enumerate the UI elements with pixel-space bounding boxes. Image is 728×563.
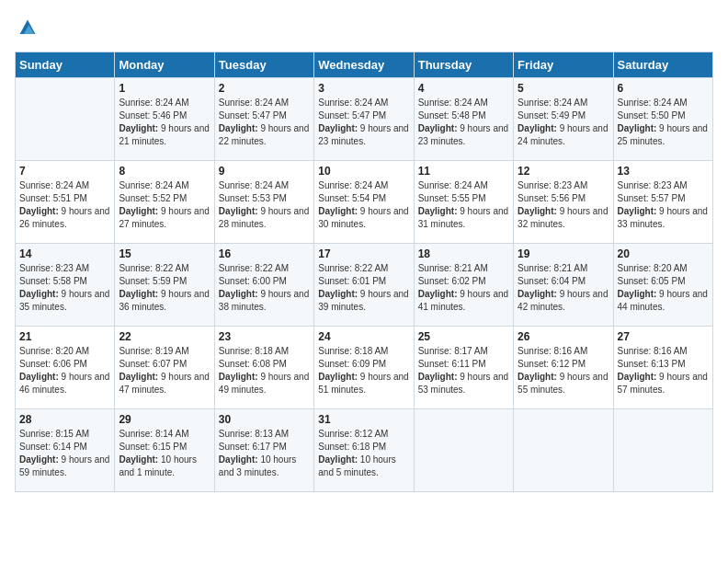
day-number: 5 bbox=[518, 82, 609, 95]
col-header-wednesday: Wednesday bbox=[314, 52, 414, 78]
cell-info: Sunrise: 8:12 AMSunset: 6:18 PMDaylight:… bbox=[318, 428, 409, 479]
day-number: 18 bbox=[418, 247, 509, 260]
cell-info: Sunrise: 8:20 AMSunset: 6:05 PMDaylight:… bbox=[618, 262, 709, 314]
day-number: 26 bbox=[518, 330, 609, 343]
logo bbox=[15, 15, 44, 40]
day-number: 8 bbox=[119, 165, 210, 178]
day-number: 20 bbox=[618, 247, 709, 260]
cell-info: Sunrise: 8:24 AMSunset: 5:49 PMDaylight:… bbox=[518, 97, 609, 148]
day-cell bbox=[514, 409, 613, 492]
day-cell: 30Sunrise: 8:13 AMSunset: 6:17 PMDayligh… bbox=[214, 409, 313, 492]
cell-info: Sunrise: 8:21 AMSunset: 6:04 PMDaylight:… bbox=[518, 262, 609, 314]
cell-info: Sunrise: 8:19 AMSunset: 6:07 PMDaylight:… bbox=[119, 345, 210, 396]
day-number: 4 bbox=[418, 82, 509, 95]
day-cell: 12Sunrise: 8:23 AMSunset: 5:56 PMDayligh… bbox=[514, 161, 613, 244]
day-cell: 23Sunrise: 8:18 AMSunset: 6:08 PMDayligh… bbox=[214, 327, 313, 409]
day-cell bbox=[16, 78, 115, 161]
day-cell: 26Sunrise: 8:16 AMSunset: 6:12 PMDayligh… bbox=[514, 327, 613, 409]
col-header-tuesday: Tuesday bbox=[214, 52, 313, 78]
cell-info: Sunrise: 8:24 AMSunset: 5:52 PMDaylight:… bbox=[119, 179, 210, 231]
day-cell: 13Sunrise: 8:23 AMSunset: 5:57 PMDayligh… bbox=[613, 161, 712, 244]
day-cell: 21Sunrise: 8:20 AMSunset: 6:06 PMDayligh… bbox=[16, 327, 115, 409]
cell-info: Sunrise: 8:24 AMSunset: 5:47 PMDaylight:… bbox=[219, 97, 310, 148]
cell-info: Sunrise: 8:16 AMSunset: 6:12 PMDaylight:… bbox=[518, 345, 609, 396]
day-cell: 27Sunrise: 8:16 AMSunset: 6:13 PMDayligh… bbox=[613, 327, 712, 409]
cell-info: Sunrise: 8:24 AMSunset: 5:46 PMDaylight:… bbox=[119, 97, 210, 148]
day-number: 9 bbox=[219, 165, 310, 178]
day-number: 10 bbox=[318, 165, 409, 178]
col-header-thursday: Thursday bbox=[414, 52, 513, 78]
week-row-4: 21Sunrise: 8:20 AMSunset: 6:06 PMDayligh… bbox=[16, 327, 713, 409]
day-number: 13 bbox=[618, 165, 709, 178]
day-cell: 10Sunrise: 8:24 AMSunset: 5:54 PMDayligh… bbox=[314, 161, 414, 244]
cell-info: Sunrise: 8:23 AMSunset: 5:56 PMDaylight:… bbox=[518, 179, 609, 231]
day-cell: 1Sunrise: 8:24 AMSunset: 5:46 PMDaylight… bbox=[115, 78, 214, 161]
day-number: 19 bbox=[518, 247, 609, 260]
cell-info: Sunrise: 8:18 AMSunset: 6:09 PMDaylight:… bbox=[318, 345, 409, 396]
cell-info: Sunrise: 8:22 AMSunset: 6:01 PMDaylight:… bbox=[318, 262, 409, 314]
day-cell: 22Sunrise: 8:19 AMSunset: 6:07 PMDayligh… bbox=[115, 327, 214, 409]
day-cell: 29Sunrise: 8:14 AMSunset: 6:15 PMDayligh… bbox=[115, 409, 214, 492]
day-number: 15 bbox=[119, 247, 210, 260]
week-row-5: 28Sunrise: 8:15 AMSunset: 6:14 PMDayligh… bbox=[16, 409, 713, 492]
day-cell: 4Sunrise: 8:24 AMSunset: 5:48 PMDaylight… bbox=[414, 78, 513, 161]
day-number: 16 bbox=[219, 247, 310, 260]
day-cell: 18Sunrise: 8:21 AMSunset: 6:02 PMDayligh… bbox=[414, 244, 513, 327]
day-number: 1 bbox=[119, 82, 210, 95]
day-number: 28 bbox=[19, 413, 110, 426]
week-row-3: 14Sunrise: 8:23 AMSunset: 5:58 PMDayligh… bbox=[16, 244, 713, 327]
cell-info: Sunrise: 8:14 AMSunset: 6:15 PMDaylight:… bbox=[119, 428, 210, 479]
cell-info: Sunrise: 8:22 AMSunset: 6:00 PMDaylight:… bbox=[219, 262, 310, 314]
day-cell: 15Sunrise: 8:22 AMSunset: 5:59 PMDayligh… bbox=[115, 244, 214, 327]
cell-info: Sunrise: 8:24 AMSunset: 5:47 PMDaylight:… bbox=[318, 97, 409, 148]
day-number: 30 bbox=[219, 413, 310, 426]
week-row-2: 7Sunrise: 8:24 AMSunset: 5:51 PMDaylight… bbox=[16, 161, 713, 244]
cell-info: Sunrise: 8:24 AMSunset: 5:51 PMDaylight:… bbox=[19, 179, 110, 231]
day-cell: 24Sunrise: 8:18 AMSunset: 6:09 PMDayligh… bbox=[314, 327, 414, 409]
cell-info: Sunrise: 8:24 AMSunset: 5:50 PMDaylight:… bbox=[618, 97, 709, 148]
day-headers-row: SundayMondayTuesdayWednesdayThursdayFrid… bbox=[16, 52, 713, 78]
cell-info: Sunrise: 8:22 AMSunset: 5:59 PMDaylight:… bbox=[119, 262, 210, 314]
day-cell: 16Sunrise: 8:22 AMSunset: 6:00 PMDayligh… bbox=[214, 244, 313, 327]
day-cell: 19Sunrise: 8:21 AMSunset: 6:04 PMDayligh… bbox=[514, 244, 613, 327]
cell-info: Sunrise: 8:23 AMSunset: 5:57 PMDaylight:… bbox=[618, 179, 709, 231]
cell-info: Sunrise: 8:24 AMSunset: 5:48 PMDaylight:… bbox=[418, 97, 509, 148]
cell-info: Sunrise: 8:17 AMSunset: 6:11 PMDaylight:… bbox=[418, 345, 509, 396]
day-cell: 31Sunrise: 8:12 AMSunset: 6:18 PMDayligh… bbox=[314, 409, 414, 492]
day-number: 7 bbox=[19, 165, 110, 178]
day-number: 12 bbox=[518, 165, 609, 178]
day-cell: 14Sunrise: 8:23 AMSunset: 5:58 PMDayligh… bbox=[16, 244, 115, 327]
day-number: 2 bbox=[219, 82, 310, 95]
day-number: 29 bbox=[119, 413, 210, 426]
calendar-table: SundayMondayTuesdayWednesdayThursdayFrid… bbox=[15, 52, 713, 492]
day-cell: 11Sunrise: 8:24 AMSunset: 5:55 PMDayligh… bbox=[414, 161, 513, 244]
cell-info: Sunrise: 8:20 AMSunset: 6:06 PMDaylight:… bbox=[19, 345, 110, 396]
logo-icon bbox=[15, 15, 40, 40]
cell-info: Sunrise: 8:24 AMSunset: 5:54 PMDaylight:… bbox=[318, 179, 409, 231]
day-number: 3 bbox=[318, 82, 409, 95]
week-row-1: 1Sunrise: 8:24 AMSunset: 5:46 PMDaylight… bbox=[16, 78, 713, 161]
col-header-friday: Friday bbox=[514, 52, 613, 78]
day-cell: 25Sunrise: 8:17 AMSunset: 6:11 PMDayligh… bbox=[414, 327, 513, 409]
page-header bbox=[15, 15, 713, 40]
day-cell: 20Sunrise: 8:20 AMSunset: 6:05 PMDayligh… bbox=[613, 244, 712, 327]
day-number: 25 bbox=[418, 330, 509, 343]
cell-info: Sunrise: 8:24 AMSunset: 5:53 PMDaylight:… bbox=[219, 179, 310, 231]
col-header-sunday: Sunday bbox=[16, 52, 115, 78]
cell-info: Sunrise: 8:13 AMSunset: 6:17 PMDaylight:… bbox=[219, 428, 310, 479]
day-cell: 9Sunrise: 8:24 AMSunset: 5:53 PMDaylight… bbox=[214, 161, 313, 244]
day-number: 6 bbox=[618, 82, 709, 95]
day-number: 21 bbox=[19, 330, 110, 343]
day-number: 11 bbox=[418, 165, 509, 178]
day-cell: 17Sunrise: 8:22 AMSunset: 6:01 PMDayligh… bbox=[314, 244, 414, 327]
day-cell: 6Sunrise: 8:24 AMSunset: 5:50 PMDaylight… bbox=[613, 78, 712, 161]
day-cell: 2Sunrise: 8:24 AMSunset: 5:47 PMDaylight… bbox=[214, 78, 313, 161]
col-header-monday: Monday bbox=[115, 52, 214, 78]
day-cell: 5Sunrise: 8:24 AMSunset: 5:49 PMDaylight… bbox=[514, 78, 613, 161]
day-cell: 7Sunrise: 8:24 AMSunset: 5:51 PMDaylight… bbox=[16, 161, 115, 244]
day-number: 27 bbox=[618, 330, 709, 343]
cell-info: Sunrise: 8:16 AMSunset: 6:13 PMDaylight:… bbox=[618, 345, 709, 396]
cell-info: Sunrise: 8:18 AMSunset: 6:08 PMDaylight:… bbox=[219, 345, 310, 396]
day-number: 31 bbox=[318, 413, 409, 426]
day-cell bbox=[414, 409, 513, 492]
